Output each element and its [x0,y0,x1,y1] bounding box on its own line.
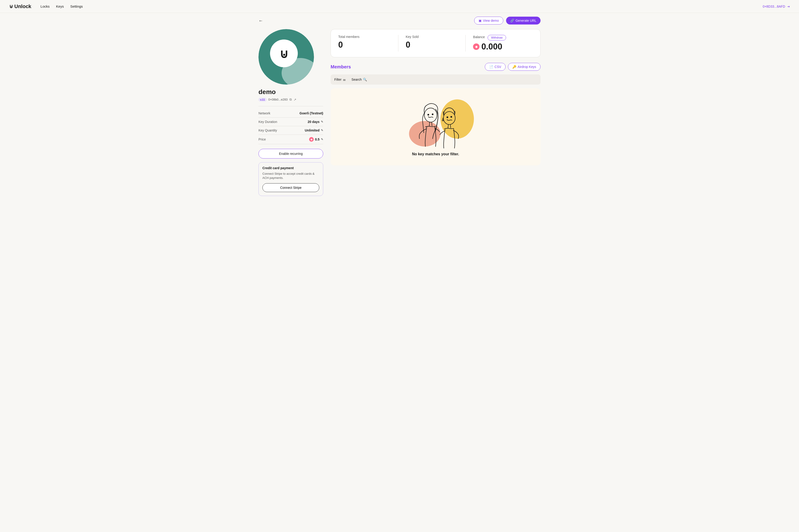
total-members-stat: Total members 0 [338,35,398,52]
network-value: Goerli (Testnet) [300,111,323,115]
svg-point-16 [447,117,448,118]
price-row: Price ◈ 0.5 ✎ [259,135,323,144]
lock-details: Network Goerli (Testnet) Key Duration 20… [259,106,323,144]
members-title: Members [331,64,351,70]
empty-illustration [396,97,475,148]
connect-stripe-button[interactable]: Connect Stripe [262,183,319,192]
empty-state: No key matches your filter. [331,88,540,166]
version-badge: v.11 [259,98,266,101]
enable-recurring-button[interactable]: Enable recurring [259,149,323,158]
svg-point-12 [432,114,433,115]
monitor-icon: ▣ [479,19,482,22]
search-icon: 🔍 [363,78,367,81]
search-label: Search [351,78,361,81]
lock-avatar: ⊍ [259,29,314,84]
airdrop-keys-button[interactable]: 🔑 Airdrop Keys [508,63,540,71]
logo-icon: ⊍ [9,3,13,10]
key-duration-row: Key Duration 20 days ✎ [259,118,323,126]
svg-point-11 [428,114,429,115]
navbar: ⊍ Unlock Locks Keys Settings 0×8D33...8A… [0,0,799,13]
nav-keys[interactable]: Keys [56,4,64,8]
balance-row: ◈ 0.000 [473,42,533,52]
withdraw-button[interactable]: Withdraw [488,35,506,40]
key-quantity-label: Key Quantity [259,129,277,132]
external-link-button[interactable]: ↗ [294,98,296,101]
members-header: Members 📄 CSV 🔑 Airdrop Keys [331,63,540,71]
balance-label: Balance [473,35,485,39]
lock-name: demo [259,88,323,96]
edit-price-icon[interactable]: ✎ [321,138,323,141]
total-members-label: Total members [338,35,398,39]
logo-text: Unlock [14,3,31,10]
main-container: ⊍ demo v.11 0×08b0...e283 ⧉ ↗ Network Go… [249,24,550,201]
balance-crypto-icon: ◈ [473,43,480,50]
nav-links: Locks Keys Settings [40,4,83,8]
edit-duration-icon[interactable]: ✎ [321,120,323,124]
price-value: ◈ 0.5 ✎ [309,137,323,142]
top-actions: ▣ View demo 🔗 Generate URL [474,17,540,24]
key-sold-stat: Key Sold 0 [398,35,466,52]
total-members-value: 0 [338,40,398,50]
nav-settings[interactable]: Settings [70,4,83,8]
view-demo-button[interactable]: ▣ View demo [474,17,503,24]
lock-address-row: v.11 0×08b0...e283 ⧉ ↗ [259,97,323,101]
search-button[interactable]: Search 🔍 [351,78,367,81]
airdrop-icon: 🔑 [512,65,516,69]
filter-button[interactable]: Filter ⚌ [334,78,346,81]
key-quantity-value: Unlimited ✎ [305,129,323,132]
key-quantity-row: Key Quantity Unlimited ✎ [259,126,323,135]
balance-stat: Balance Withdraw ◈ 0.000 [465,35,533,52]
svg-text:◈: ◈ [475,45,478,49]
credit-card-card: Credit card payment Connect Stripe to ac… [259,162,323,196]
filter-icon: ⚌ [343,78,346,81]
cc-description: Connect Stripe to accept credit cards & … [262,172,319,180]
copy-address-button[interactable]: ⧉ [290,97,292,101]
generate-url-button[interactable]: 🔗 Generate URL [506,17,540,24]
key-sold-value: 0 [406,40,466,50]
link-icon: 🔗 [510,19,514,22]
stats-card: Total members 0 Key Sold 0 Balance Withd… [331,29,540,57]
network-label: Network [259,111,270,115]
csv-button[interactable]: 📄 CSV [485,63,506,71]
csv-icon: 📄 [489,65,493,69]
top-bar: ← ▣ View demo 🔗 Generate URL [249,13,550,24]
svg-text:◈: ◈ [310,138,313,141]
nav-logo[interactable]: ⊍ Unlock [9,3,31,10]
svg-point-10 [425,108,437,122]
view-demo-label: View demo [483,19,499,22]
filter-label: Filter [334,78,341,81]
balance-value: 0.000 [481,42,502,52]
csv-label: CSV [495,65,501,69]
network-row: Network Goerli (Testnet) [259,109,323,118]
wallet-address: 0×8D33...8AFD [763,5,785,8]
svg-text:⊍: ⊍ [279,47,288,60]
edit-quantity-icon[interactable]: ✎ [321,129,323,132]
generate-url-label: Generate URL [516,19,536,22]
filter-bar: Filter ⚌ Search 🔍 [331,74,540,84]
members-actions: 📄 CSV 🔑 Airdrop Keys [485,63,540,71]
price-label: Price [259,137,266,141]
key-duration-label: Key Duration [259,120,277,124]
key-sold-label: Key Sold [406,35,466,39]
airdrop-keys-label: Airdrop Keys [518,65,536,69]
main-content: Total members 0 Key Sold 0 Balance Withd… [331,29,540,196]
nav-locks[interactable]: Locks [40,4,50,8]
lock-address: 0×08b0...e283 [268,98,288,101]
crypto-icon: ◈ [309,137,314,142]
balance-header: Balance Withdraw [473,35,533,40]
back-button[interactable]: ← [259,18,263,23]
wallet-exit-icon: ⇥ [787,5,790,8]
cc-title: Credit card payment [262,166,319,170]
svg-point-17 [451,116,452,117]
nav-wallet[interactable]: 0×8D33...8AFD ⇥ [763,5,790,8]
sidebar: ⊍ demo v.11 0×08b0...e283 ⧉ ↗ Network Go… [259,29,323,196]
empty-text: No key matches your filter. [412,152,459,156]
key-duration-value: 20 days ✎ [308,120,323,124]
